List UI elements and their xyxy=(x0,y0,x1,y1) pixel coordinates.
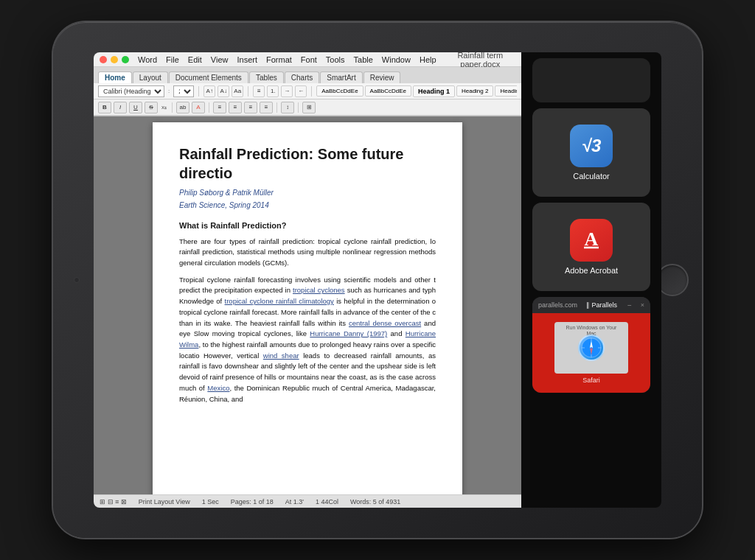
camera-dot xyxy=(74,277,80,283)
menu-format[interactable]: Format xyxy=(266,55,292,64)
screen-bezel: Word File Edit View Insert Format Font T… xyxy=(94,52,661,508)
font-toolbar-row: Calibri (Headings) : 26 A↑ A↓ Aa ≡ xyxy=(94,83,521,99)
style-default[interactable]: AaBbCcDdEe xyxy=(365,85,411,97)
link-hurricane-danny[interactable]: Hurricane Danny (1997) xyxy=(310,329,387,337)
app-card-partial-top[interactable] xyxy=(532,58,650,102)
formatting-toolbar: B I U S x₂ ab A ≡ ≡ ≡ ≡ ↕ xyxy=(94,99,521,116)
status-col: 1 44Col xyxy=(316,498,338,505)
safari-app-icon xyxy=(578,335,605,361)
status-section: 1 Sec xyxy=(202,498,219,505)
menu-insert[interactable]: Insert xyxy=(237,55,257,64)
align-left-btn[interactable]: ≡ xyxy=(213,102,226,113)
safari-label: Safari xyxy=(582,377,600,384)
menu-file[interactable]: File xyxy=(166,55,179,64)
style-heading3[interactable]: Heading 3 xyxy=(495,85,517,97)
sep2 xyxy=(209,102,209,113)
calculator-app-icon: √3 xyxy=(570,125,613,167)
tab-layout[interactable]: Layout xyxy=(133,71,168,83)
numbered-btn[interactable]: 1. xyxy=(267,85,279,97)
link-wind-shear[interactable]: wind shear xyxy=(263,351,299,360)
menu-font[interactable]: Font xyxy=(301,55,317,64)
tab-document-elements[interactable]: Document Elements xyxy=(169,71,248,83)
app-card-acrobat[interactable]: A Adobe Acrobat xyxy=(532,203,650,291)
tab-tables[interactable]: Tables xyxy=(249,71,284,83)
menu-view[interactable]: View xyxy=(211,55,229,64)
decrease-font-btn[interactable]: A↓ xyxy=(218,85,229,97)
parallels-url: parallels.com xyxy=(538,301,577,309)
sep4 xyxy=(298,102,299,113)
indent-btn[interactable]: → xyxy=(281,85,293,97)
link-mexico[interactable]: Mexico xyxy=(207,384,229,392)
menu-window[interactable]: Window xyxy=(382,55,411,64)
link-tropical-cyclones[interactable]: tropical cyclones xyxy=(293,286,345,294)
close-button-icon[interactable] xyxy=(100,56,107,63)
app-card-calculator[interactable]: √3 Calculator xyxy=(532,108,650,197)
style-heading2[interactable]: Heading 2 xyxy=(456,85,493,97)
doc-author: Philip Søborg & Patrik Müller xyxy=(179,187,436,198)
link-central-dense-overcast[interactable]: central dense overcast xyxy=(349,319,421,327)
menu-bar: Word File Edit View Insert Format Font T… xyxy=(94,52,521,67)
mac-screen-label: Run Windows on Your xyxy=(566,325,617,330)
font-color-btn[interactable]: A xyxy=(192,102,205,113)
section-heading: What is Rainfall Prediction? xyxy=(179,220,436,232)
parallels-title-bar: parallels.com ∥ Parallels − × xyxy=(532,297,650,313)
link-hurricane-wilma[interactable]: Hurricane Wilma xyxy=(179,329,436,349)
bold-btn[interactable]: B xyxy=(98,102,111,113)
menu-help[interactable]: Help xyxy=(420,55,436,64)
parallels-content: Run Windows on Your Mac xyxy=(532,313,650,393)
doc-course: Earth Science, Spring 2014 xyxy=(179,200,436,211)
tab-home[interactable]: Home xyxy=(98,71,132,83)
paragraph-1: There are four types of rainfall predict… xyxy=(179,237,436,269)
sep xyxy=(172,102,173,113)
underline-btn[interactable]: U xyxy=(129,102,142,113)
font-size-selector[interactable]: 26 xyxy=(173,85,194,97)
calculator-app-label: Calculator xyxy=(573,172,610,181)
tab-charts[interactable]: Charts xyxy=(285,71,319,83)
window-title: Rainfall term paper.docx xyxy=(445,52,515,69)
subscript-btn[interactable]: x₂ xyxy=(160,104,168,111)
word-document-area: Word File Edit View Insert Format Font T… xyxy=(94,52,521,508)
document-page: Rainfall Prediction: Some future directi… xyxy=(153,122,462,494)
justify-btn[interactable]: ≡ xyxy=(260,102,273,113)
font-size-label: : xyxy=(167,88,171,94)
parallels-close-btn[interactable]: × xyxy=(641,301,644,309)
document-container[interactable]: Rainfall Prediction: Some future directi… xyxy=(94,116,521,494)
menu-tools[interactable]: Tools xyxy=(326,55,345,64)
maximize-button-icon[interactable] xyxy=(122,56,129,63)
menu-table[interactable]: Table xyxy=(354,55,373,64)
parallels-app-name: ∥ Parallels xyxy=(586,301,617,309)
tab-smartart[interactable]: SmartArt xyxy=(320,71,362,83)
status-layout-icons: ⊞ ⊟ ≡ ⊠ xyxy=(100,498,127,505)
outdent-btn[interactable]: ← xyxy=(295,85,307,97)
link-rainfall-climatology[interactable]: tropical cyclone rainfall climatology xyxy=(225,297,334,305)
style-normal[interactable]: AaBbCcDdEe xyxy=(316,85,363,97)
minimize-button-icon[interactable] xyxy=(111,56,118,63)
tab-review[interactable]: Review xyxy=(363,71,401,83)
parallels-minimize-btn[interactable]: − xyxy=(627,301,632,309)
insert-table-btn[interactable]: ⊞ xyxy=(302,102,316,113)
font-name-selector[interactable]: Calibri (Headings) xyxy=(98,85,164,97)
paragraph-2: Tropical cyclone rainfall forecasting in… xyxy=(179,275,436,405)
acrobat-app-label: Adobe Acrobat xyxy=(565,266,618,275)
status-view: Print Layout View xyxy=(139,498,190,505)
separator2 xyxy=(248,86,248,97)
line-spacing-btn[interactable]: ↕ xyxy=(281,102,294,113)
italic-btn[interactable]: I xyxy=(114,102,127,113)
bullets-btn[interactable]: ≡ xyxy=(253,85,265,97)
clear-format-btn[interactable]: Aa xyxy=(232,85,243,97)
menu-edit[interactable]: Edit xyxy=(188,55,202,64)
highlight-btn[interactable]: ab xyxy=(176,102,189,113)
align-right-btn[interactable]: ≡ xyxy=(244,102,257,113)
styles-row: AaBbCcDdEe AaBbCcDdEe Heading 1 Heading … xyxy=(316,85,517,97)
increase-font-btn[interactable]: A↑ xyxy=(203,85,215,97)
status-bar: ⊞ ⊟ ≡ ⊠ Print Layout View 1 Sec Pages: 1… xyxy=(94,494,521,508)
status-pages: Pages: 1 of 18 xyxy=(231,498,274,505)
style-heading1[interactable]: Heading 1 xyxy=(413,85,455,97)
align-center-btn[interactable]: ≡ xyxy=(229,102,242,113)
app-card-parallels[interactable]: parallels.com ∥ Parallels − × Run Window… xyxy=(532,297,650,393)
menu-word[interactable]: Word xyxy=(138,55,157,64)
separator3 xyxy=(311,86,312,97)
status-words: Words: 5 of 4931 xyxy=(350,498,400,505)
strikethrough-btn[interactable]: S xyxy=(145,102,158,113)
acrobat-app-icon: A xyxy=(570,219,613,262)
